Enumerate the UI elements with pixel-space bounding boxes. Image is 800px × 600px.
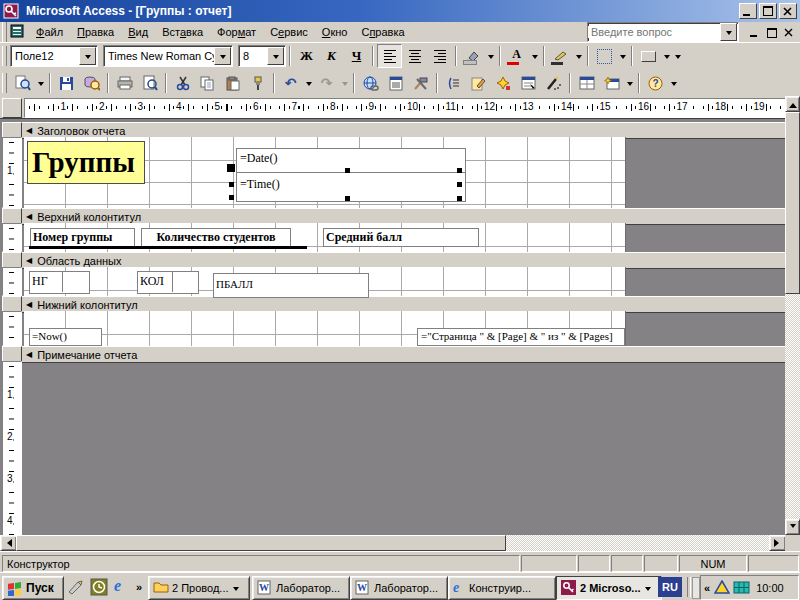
toolbar-options-icon[interactable] <box>672 45 683 67</box>
code-button[interactable] <box>466 71 491 95</box>
formatting-toolbar-grip[interactable] <box>2 46 7 66</box>
scroll-right-icon[interactable] <box>769 535 786 551</box>
detail-field-kol[interactable]: КОЛ <box>137 271 199 294</box>
standard-toolbar-grip[interactable] <box>2 73 7 93</box>
menu-window[interactable]: Окно <box>315 24 355 40</box>
cut-button[interactable] <box>170 71 195 95</box>
now-textbox[interactable]: =Now() <box>29 328 102 346</box>
line-width-dropdown-icon[interactable] <box>617 45 628 67</box>
align-center-button[interactable] <box>402 44 427 68</box>
vertical-ruler-page-header[interactable] <box>2 223 22 252</box>
header-underline-line[interactable] <box>29 246 307 249</box>
vertical-ruler-detail[interactable] <box>2 267 22 296</box>
tray-hidden-icon[interactable] <box>692 577 700 599</box>
tray-clock[interactable]: 10:00 <box>756 582 784 594</box>
properties-button[interactable] <box>516 71 541 95</box>
close-button[interactable] <box>779 3 797 19</box>
vertical-ruler-report-footer[interactable]: 1234 <box>2 361 22 536</box>
line-width-button[interactable] <box>592 44 617 68</box>
redo-button[interactable]: ↷ <box>314 71 339 95</box>
quicklaunch-icon-2[interactable] <box>90 578 108 598</box>
date-textbox[interactable]: =Date() <box>236 148 466 173</box>
save-button[interactable] <box>54 71 79 95</box>
taskbar-button-access-group[interactable]: 2 Microso... <box>556 576 662 600</box>
autoformat-button[interactable] <box>491 71 516 95</box>
special-effect-dropdown-icon[interactable] <box>661 45 672 67</box>
horizontal-ruler[interactable]: 1234567891011121314151617181920 <box>24 98 786 118</box>
copy-button[interactable] <box>195 71 220 95</box>
fill-color-button[interactable] <box>460 44 485 68</box>
column-label-average-score[interactable]: Средний балл <box>323 228 479 247</box>
file-search-button[interactable] <box>79 71 104 95</box>
vertical-scrollbar[interactable] <box>785 96 800 535</box>
sorting-grouping-button[interactable] <box>441 71 466 95</box>
print-preview-button[interactable] <box>137 71 162 95</box>
doc-restore-button[interactable] <box>764 26 779 39</box>
doc-close-button[interactable] <box>781 26 796 39</box>
tray-grid-icon[interactable] <box>733 580 750 595</box>
help-dropdown-icon[interactable] <box>668 72 679 94</box>
database-window-button[interactable] <box>574 71 599 95</box>
undo-dropdown-icon[interactable] <box>303 72 314 94</box>
report-selector-corner[interactable] <box>2 98 22 118</box>
quicklaunch-icon-1[interactable] <box>66 578 84 598</box>
detail-field-pball[interactable]: ПБАЛЛ <box>213 273 369 298</box>
menu-format[interactable]: Формат <box>210 24 263 40</box>
menubar-grip[interactable] <box>2 22 7 42</box>
format-painter-button[interactable] <box>245 71 270 95</box>
italic-button[interactable]: К <box>319 44 344 68</box>
undo-button[interactable]: ↶ <box>278 71 303 95</box>
field-list-button[interactable] <box>383 71 408 95</box>
minimize-button[interactable] <box>739 3 757 19</box>
menu-edit[interactable]: Правка <box>70 24 121 40</box>
resize-handle[interactable] <box>229 182 234 187</box>
vertical-ruler-report-header[interactable]: 1 <box>2 137 22 208</box>
font-color-dropdown-icon[interactable] <box>529 45 540 67</box>
line-color-button[interactable] <box>548 44 573 68</box>
ask-question-input[interactable] <box>588 26 720 38</box>
special-effect-button[interactable] <box>636 44 661 68</box>
scroll-down-icon[interactable] <box>785 519 800 535</box>
vertical-scrollbar-thumb[interactable] <box>785 112 800 294</box>
font-combo-dropdown-icon[interactable] <box>214 47 231 65</box>
page-number-textbox[interactable]: ="Страница " & [Page] & " из " & [Pages] <box>417 328 625 346</box>
column-label-group-number[interactable]: Номер группы <box>30 228 135 247</box>
detail-field-ng[interactable]: НГ <box>29 271 90 294</box>
resize-handle[interactable] <box>229 195 234 200</box>
font-color-button[interactable]: А <box>504 44 529 68</box>
resize-handle[interactable] <box>345 196 350 201</box>
ask-question-box[interactable] <box>587 22 739 42</box>
hyperlink-button[interactable] <box>358 71 383 95</box>
new-object-button[interactable] <box>599 71 624 95</box>
paste-button[interactable] <box>220 71 245 95</box>
align-right-button[interactable] <box>427 44 452 68</box>
vertical-ruler-page-footer[interactable] <box>2 311 22 346</box>
menu-help[interactable]: Справка <box>354 24 411 40</box>
start-button[interactable]: Пуск <box>2 576 64 600</box>
report-footer-bar[interactable]: ◀Примечание отчета <box>22 346 785 363</box>
report-title-label[interactable]: Группы <box>27 141 145 184</box>
redo-dropdown-icon[interactable] <box>339 72 350 94</box>
menu-insert[interactable]: Вставка <box>155 24 210 40</box>
object-combo[interactable]: Поле12 <box>10 45 98 67</box>
bold-button[interactable]: Ж <box>294 44 319 68</box>
font-combo[interactable]: Times New Roman Cyr <box>103 45 233 67</box>
resize-handle[interactable] <box>457 168 462 173</box>
print-button[interactable] <box>112 71 137 95</box>
view-dropdown-icon[interactable] <box>35 72 46 94</box>
taskbar-button-word-1[interactable]: W Лаборатор... <box>252 576 350 600</box>
resize-handle[interactable] <box>345 168 350 173</box>
resize-handle[interactable] <box>457 182 462 187</box>
taskbar-button-explorer-group[interactable]: 2 Провод... <box>148 576 250 600</box>
resize-handle[interactable] <box>457 196 462 201</box>
menu-view[interactable]: Вид <box>121 24 155 40</box>
underline-button[interactable]: Ч <box>344 44 369 68</box>
object-combo-dropdown-icon[interactable] <box>79 47 96 65</box>
font-size-combo[interactable]: 8 <box>238 45 286 67</box>
ask-question-dropdown-icon[interactable] <box>720 23 737 41</box>
scroll-up-icon[interactable] <box>785 96 800 112</box>
tray-triangle-icon[interactable] <box>714 580 730 595</box>
time-textbox[interactable]: =Time() <box>236 172 466 202</box>
horizontal-scrollbar-thumb[interactable] <box>16 535 506 551</box>
help-button[interactable]: ? <box>643 71 668 95</box>
